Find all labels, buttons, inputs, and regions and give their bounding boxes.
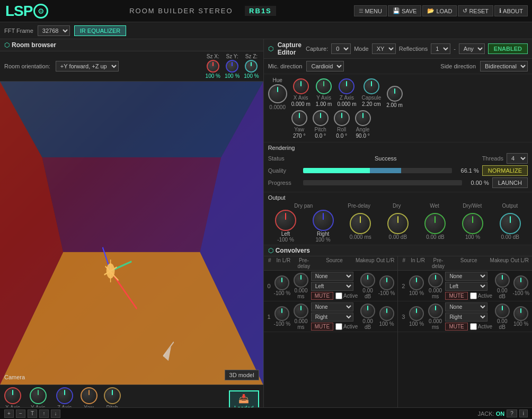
conv-2-source-bot[interactable]: Left	[445, 282, 487, 291]
conv-0-source-bot[interactable]: Left	[311, 282, 353, 291]
enabled-button[interactable]: ENABLED	[488, 43, 528, 54]
room-controls: Room orientation: +Y forward, +Z up Sz X…	[0, 51, 263, 82]
add-button[interactable]: +	[4, 409, 14, 418]
capture-y-knob[interactable]	[316, 78, 332, 94]
conv-0-mute[interactable]: MUTE	[311, 292, 333, 300]
side-direction-select[interactable]: Bidirectional	[480, 61, 528, 72]
settings-button[interactable]: T	[28, 409, 37, 418]
cam-y-knob[interactable]	[30, 387, 47, 404]
conv-0-source-top[interactable]: None	[311, 272, 353, 281]
conv-3-out-knob[interactable]	[513, 306, 528, 321]
conv-3-mute[interactable]: MUTE	[445, 323, 467, 331]
conv-1-in-knob[interactable]	[274, 306, 289, 321]
conv-0-delay-knob[interactable]	[294, 273, 308, 288]
reset-button[interactable]: ↺ RESET	[458, 5, 493, 16]
cam-x-knob[interactable]	[4, 387, 21, 404]
conv-3-active-check[interactable]	[470, 323, 477, 330]
capture-icon: ⬡	[268, 45, 273, 52]
conv-2-active-check[interactable]	[470, 292, 477, 299]
conv-2-out-knob[interactable]	[513, 275, 528, 290]
quality-bar	[303, 168, 452, 173]
capture-capsule-knob[interactable]	[363, 78, 379, 94]
reflections-select[interactable]: 1	[431, 43, 450, 54]
down-button[interactable]: ↓	[51, 409, 60, 418]
conv-0-active-check[interactable]	[335, 292, 342, 299]
dry-knob[interactable]	[387, 213, 409, 234]
conv-1-delay-knob[interactable]	[294, 304, 308, 318]
save-button[interactable]: 💾 SAVE	[388, 5, 422, 16]
capture-x-knob[interactable]	[293, 78, 309, 94]
conv-2-delay-knob[interactable]	[428, 273, 443, 288]
conv-3-source-top[interactable]: None	[445, 302, 487, 311]
info-button[interactable]: i	[519, 409, 528, 417]
capture-roll-knob[interactable]	[334, 110, 350, 126]
capture-capsule: Capsule 2.20 cm	[362, 78, 382, 107]
cam-z-knob[interactable]	[56, 387, 73, 404]
about-button[interactable]: ℹ ABOUT	[494, 5, 528, 16]
sz-x-knob[interactable]	[207, 60, 219, 73]
conv-3-makeup-knob[interactable]	[495, 304, 510, 318]
fft-select[interactable]: 32768	[38, 25, 70, 36]
capture-y-axis: Y Axis 1.00 m	[316, 78, 332, 107]
wet-knob[interactable]	[424, 213, 446, 234]
conv-3-active-label: Active	[470, 323, 492, 330]
ir-eq-button[interactable]: IR EQUALIZER	[74, 25, 126, 36]
conv-1-mute[interactable]: MUTE	[311, 323, 333, 331]
conv-2-source-top[interactable]: None	[445, 272, 487, 281]
capture-select[interactable]: 0	[331, 43, 351, 54]
conv-col-header-left: # In L/R Pre-delay Source Makeup Out L/R	[264, 256, 398, 271]
capture-yaw-knob[interactable]	[291, 110, 307, 126]
capture-distance: 2.00 m	[386, 77, 403, 108]
sz-x-control: Sz X: 100 %	[206, 54, 220, 79]
conv-0-in-knob[interactable]	[274, 275, 289, 290]
remove-button[interactable]: −	[16, 409, 25, 418]
conv-2-in-knob[interactable]	[409, 275, 424, 290]
capture-pitch-knob[interactable]	[313, 110, 329, 126]
up-button[interactable]: ↑	[39, 409, 49, 418]
conv-1-out-knob[interactable]	[379, 306, 394, 321]
cam-pitch-knob[interactable]	[104, 387, 121, 404]
conv-1-source-top[interactable]: None	[311, 302, 353, 311]
threads-select[interactable]: 4	[507, 153, 528, 164]
pre-delay-knob[interactable]	[350, 213, 371, 234]
viewer-3d[interactable]: Camera 3D model	[0, 82, 263, 385]
orientation-select[interactable]: +Y forward, +Z up	[56, 61, 119, 72]
capture-z-knob[interactable]	[339, 78, 354, 94]
room-browser-header: ⬡ Room browser	[0, 39, 263, 51]
3d-model-button[interactable]: 3D model	[225, 370, 259, 380]
conv-0-out-knob[interactable]	[379, 275, 394, 290]
conv-3-in-knob[interactable]	[409, 306, 424, 321]
dry-wet-knob[interactable]	[462, 213, 483, 234]
hue-knob[interactable]	[268, 84, 287, 103]
output-knob[interactable]	[500, 213, 521, 234]
sz-z-knob[interactable]	[245, 60, 258, 73]
left-pan-knob[interactable]	[275, 210, 296, 231]
capture-z-axis: Z Axis 0.000 m	[337, 78, 356, 107]
status-row: Status Success Threads 4	[268, 153, 528, 164]
help-button[interactable]: ?	[507, 409, 517, 417]
normalize-button[interactable]: NORMALIZE	[482, 165, 528, 176]
conv-2-mute[interactable]: MUTE	[445, 292, 467, 300]
launch-button[interactable]: LAUNCH	[492, 177, 528, 188]
conv-2-active-label: Active	[470, 292, 492, 299]
menu-button[interactable]: ☰ MENU	[354, 5, 387, 16]
capture-yaw: Yaw 270 °	[291, 110, 307, 139]
any-select[interactable]: Any	[459, 43, 485, 54]
sz-y-knob[interactable]	[226, 60, 238, 73]
conv-3-source-bot[interactable]: Right	[445, 313, 487, 322]
cam-yaw-knob[interactable]	[81, 387, 97, 404]
conv-1-source-bot[interactable]: Right	[311, 313, 353, 322]
menu-icon: ☰	[359, 8, 363, 14]
mode-select[interactable]: XY	[372, 43, 396, 54]
conv-3-delay-knob[interactable]	[428, 304, 443, 318]
conv-1-active-check[interactable]	[335, 323, 342, 330]
mic-direction-select[interactable]: Cardioid	[306, 61, 344, 72]
capture-distance-knob[interactable]	[387, 86, 403, 102]
conv-0-makeup-knob[interactable]	[360, 273, 375, 288]
right-pan-knob[interactable]	[313, 210, 334, 231]
logo: LSP	[0, 1, 54, 22]
capture-angle-knob[interactable]	[355, 110, 371, 126]
conv-2-makeup-knob[interactable]	[495, 273, 510, 288]
conv-1-makeup-knob[interactable]	[360, 304, 375, 318]
load-button[interactable]: 📂 LOAD	[422, 5, 457, 16]
